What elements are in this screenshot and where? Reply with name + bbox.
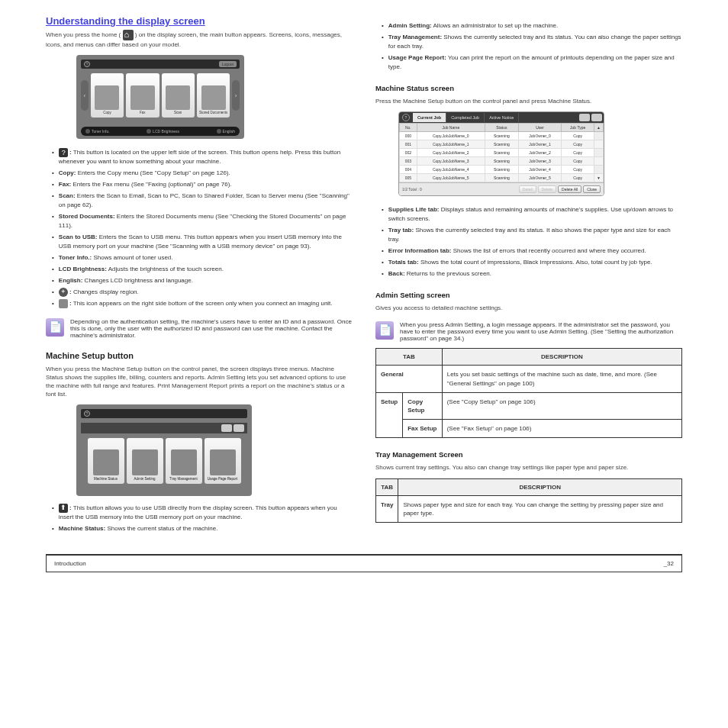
col-jobtype[interactable]: Job Type xyxy=(562,124,594,132)
delete-button[interactable]: Delete xyxy=(538,185,556,193)
list-item: • : This icon appears on the right side … xyxy=(52,299,353,308)
list-item: •Toner Info.: Shows amount of toner used… xyxy=(52,253,353,263)
tile-machine-status[interactable]: Machine Status xyxy=(88,438,124,484)
documents-icon xyxy=(201,85,226,110)
table-row[interactable]: 000Copy.JobJobName_0ScanningJobOwner_0Co… xyxy=(400,132,604,140)
tile-usage-report[interactable]: Usage Page Report xyxy=(205,438,241,484)
tile-copy[interactable]: Copy xyxy=(91,73,124,118)
scroll-up-icon[interactable]: ▲ xyxy=(594,124,604,132)
report-icon xyxy=(210,449,236,475)
usb-icon xyxy=(59,504,68,513)
table-row[interactable]: 002Copy.JobJobName_2ScanningJobOwner_2Co… xyxy=(400,149,604,157)
nav-left-icon[interactable]: ‹ xyxy=(81,80,89,111)
table-row[interactable]: 005Copy.JobJobName_5ScanningJobOwner_5Co… xyxy=(400,174,604,182)
tile-admin-setting[interactable]: Admin Setting xyxy=(127,438,163,484)
detail-button[interactable]: Detail xyxy=(519,185,536,193)
scroll-down-icon[interactable]: ▼ xyxy=(594,174,604,182)
nav-right-icon[interactable]: › xyxy=(232,80,240,111)
footer-left: Introduction xyxy=(54,560,86,567)
gears-icon xyxy=(93,449,119,475)
intro-text: When you press the home ( ) on the displ… xyxy=(46,30,353,49)
close-button[interactable]: Close xyxy=(583,185,601,193)
header-tab: TAB xyxy=(376,478,398,495)
tab-current-job[interactable]: Current Job xyxy=(413,113,446,122)
table-row: Fax Setup (See "Fax Setup" on page 106) xyxy=(376,420,682,438)
copier-icon xyxy=(95,85,119,110)
two-column-layout: Understanding the display screen When yo… xyxy=(46,15,682,536)
tab-active-notice[interactable]: Active Notice xyxy=(485,113,519,122)
col-user[interactable]: User xyxy=(518,124,562,132)
right-top-bullets: •Admin Setting: Allows an administrator … xyxy=(375,21,682,72)
tile-tray-mgmt[interactable]: Tray Management xyxy=(166,438,202,484)
admin-heading: Admin Setting screen xyxy=(375,291,682,299)
left-column: Understanding the display screen When yo… xyxy=(46,15,353,536)
brightness[interactable]: LCD Brightness xyxy=(147,129,179,134)
setup-tiles: Machine Status Admin Setting Tray Manage… xyxy=(81,438,247,484)
list-item: •English: Changes LCD brightness and lan… xyxy=(52,276,353,285)
setup-bullet-list: • : This button allows you to use USB di… xyxy=(46,504,353,533)
tile-row: ‹ Copy Fax Scan Stored xyxy=(81,73,240,118)
tile-stored-docs[interactable]: Stored Documents xyxy=(197,73,230,118)
help-icon[interactable]: ? xyxy=(84,61,90,67)
text: Shows current tray settings. You also ca… xyxy=(375,463,682,472)
subbar-btn-2[interactable] xyxy=(234,424,244,432)
drum-icon xyxy=(59,299,68,308)
help-icon[interactable]: ? xyxy=(402,114,410,121)
header-desc: DESCRIPTION xyxy=(442,349,681,366)
list-item: • : Changes display region. xyxy=(52,288,353,297)
fax-icon xyxy=(130,85,155,110)
list-item: •Back: Returns to the previous screen. xyxy=(382,269,682,279)
table-row: Tray Shows paper type and size for each … xyxy=(376,495,682,522)
note-icon xyxy=(375,321,394,340)
tile-fax[interactable]: Fax xyxy=(126,73,159,118)
list-item: •Admin Setting: Allows an administrator … xyxy=(382,21,682,31)
tab-btn[interactable] xyxy=(579,114,590,121)
table-row: Setup Copy Setup (See "Copy Setup" on pa… xyxy=(376,392,682,419)
tray-table: TAB DESCRIPTION Tray Shows paper type an… xyxy=(375,478,682,523)
list-item: •Fax: Enters the Fax menu (See "Faxing (… xyxy=(52,180,353,189)
admin-note: When you press Admin Setting, a login me… xyxy=(375,321,682,342)
admin-icon xyxy=(132,449,158,475)
table-row[interactable]: 003Copy.JobJobName_3ScanningJobOwner_3Co… xyxy=(400,157,604,166)
tab-completed-job[interactable]: Completed Job xyxy=(446,113,485,122)
subsection-title: Machine Setup button xyxy=(46,351,353,360)
header-tab: TAB xyxy=(376,349,443,366)
admin-table: TAB DESCRIPTION General Lets you set bas… xyxy=(375,348,682,438)
page: Understanding the display screen When yo… xyxy=(46,15,682,572)
job-status-screenshot: ? Current Job Completed Job Active Notic… xyxy=(398,111,604,196)
list-item: •LCD Brightness: Adjusts the brightness … xyxy=(52,265,353,274)
toner-info[interactable]: Toner Info. xyxy=(85,129,110,134)
table-row[interactable]: 004Copy.JobJobName_4ScanningJobOwner_4Co… xyxy=(400,166,604,174)
subsection-intro: When you press the Machine Setup button … xyxy=(46,365,353,399)
text: Press the Machine Setup button on the co… xyxy=(375,97,682,105)
job-footer: 1/2 Total : 0 Detail Delete Delete All C… xyxy=(399,182,604,195)
list-item: • : This button allows you to use USB di… xyxy=(52,504,353,522)
text: Gives you access to detailed machine set… xyxy=(375,304,682,312)
subbar xyxy=(81,423,247,433)
list-item: •Supplies Life tab: Displays status and … xyxy=(382,205,682,224)
col-jobname[interactable]: Job Name xyxy=(417,124,485,132)
language[interactable]: English xyxy=(217,129,235,134)
list-item: •Scan: Enters the Scan to Email, Scan to… xyxy=(52,192,353,210)
subbar-btn-1[interactable] xyxy=(221,424,232,432)
main-bullet-list: • : This button is located on the upper … xyxy=(46,148,353,308)
delete-all-button[interactable]: Delete All xyxy=(558,185,581,193)
page-footer: Introduction _32 xyxy=(46,554,682,572)
status-bullets: •Supplies Life tab: Displays status and … xyxy=(375,205,682,279)
tile-scan[interactable]: Scan xyxy=(162,73,195,118)
logout-button[interactable]: Logout xyxy=(219,61,237,67)
topbar: ? Logout xyxy=(81,60,240,69)
main-menu-screenshot: ? Logout ‹ Copy Fax Scan xyxy=(76,55,244,139)
help-icon[interactable]: ? xyxy=(84,411,90,417)
list-item: •Tray Management: Shows the currently se… xyxy=(382,33,682,51)
table-row[interactable]: 001Copy.JobJobName_1ScanningJobOwner_1Co… xyxy=(400,140,604,149)
note-box: Depending on the authentication setting,… xyxy=(46,318,353,339)
col-no[interactable]: No. xyxy=(400,124,417,132)
footer-right: _32 xyxy=(664,560,674,567)
list-item: •Stored Documents: Enters the Stored Doc… xyxy=(52,212,353,230)
tray-heading: Tray Management Screen xyxy=(375,450,682,459)
table-row: General Lets you set basic settings of t… xyxy=(376,366,682,392)
tab-btn[interactable] xyxy=(591,114,602,121)
col-status[interactable]: Status xyxy=(485,124,518,132)
note-icon xyxy=(46,318,64,337)
